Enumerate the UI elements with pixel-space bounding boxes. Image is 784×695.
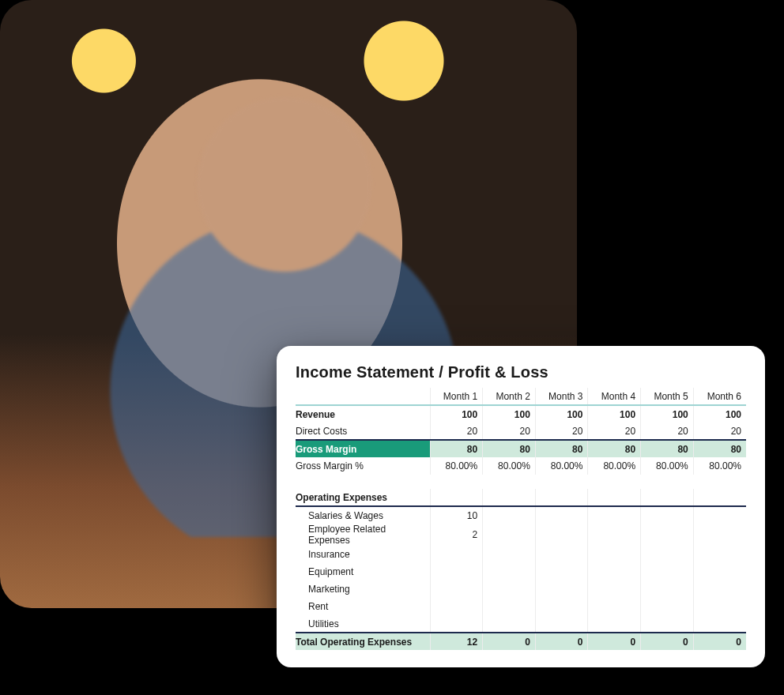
cell: [588, 546, 641, 563]
row-label: Total Operating Expenses: [296, 633, 430, 650]
cell: [588, 580, 641, 598]
row-label: Revenue: [296, 405, 430, 423]
cell: [430, 580, 483, 598]
row-label: Utilities: [296, 615, 430, 633]
row-direct-costs: Direct Costs 20 20 20 20 20 20: [296, 423, 746, 440]
cell: 0: [483, 633, 536, 650]
cell: [535, 598, 588, 615]
cell: 0: [535, 633, 588, 650]
cell: 100: [535, 405, 588, 423]
cell: 80.00%: [693, 457, 746, 475]
row-total-opex: Total Operating Expenses 12 0 0 0 0 0: [296, 633, 746, 650]
header-month-5: Month 5: [641, 388, 694, 405]
row-label: Marketing: [296, 580, 430, 598]
row-rent: Rent: [296, 598, 746, 615]
cell: [483, 546, 536, 563]
cell: 80: [693, 440, 746, 457]
cell: [693, 598, 746, 615]
cell: [535, 563, 588, 580]
cell: [588, 598, 641, 615]
cell: [588, 524, 641, 546]
cell: [483, 563, 536, 580]
cell: 100: [483, 405, 536, 423]
cell: [641, 615, 694, 633]
cell: 80: [588, 440, 641, 457]
cell: [693, 524, 746, 546]
cell: 20: [693, 423, 746, 440]
cell: [535, 546, 588, 563]
cell: [693, 546, 746, 563]
cell: [430, 546, 483, 563]
cell: 80: [641, 440, 694, 457]
cell: [693, 615, 746, 633]
cell: [430, 563, 483, 580]
row-label: Rent: [296, 598, 430, 615]
header-month-6: Month 6: [693, 388, 746, 405]
cell: 2: [430, 524, 483, 546]
table-header-row: Month 1 Month 2 Month 3 Month 4 Month 5 …: [296, 388, 746, 405]
cell: [430, 489, 483, 506]
cell: 0: [641, 633, 694, 650]
cell: [483, 598, 536, 615]
cell: [693, 489, 746, 506]
row-opex-header: Operating Expenses: [296, 489, 746, 506]
header-month-2: Month 2: [483, 388, 536, 405]
cell: 20: [483, 423, 536, 440]
cell: 100: [641, 405, 694, 423]
cell: 80: [535, 440, 588, 457]
cell: [535, 524, 588, 546]
row-label: Equipment: [296, 563, 430, 580]
cell: [430, 615, 483, 633]
cell: [483, 580, 536, 598]
cell: 20: [588, 423, 641, 440]
income-statement-card: Income Statement / Profit & Loss Month 1…: [277, 346, 765, 667]
cell: 80.00%: [641, 457, 694, 475]
header-month-4: Month 4: [588, 388, 641, 405]
cell: 12: [430, 633, 483, 650]
cell: 100: [430, 405, 483, 423]
cell: 0: [588, 633, 641, 650]
cell: [483, 489, 536, 506]
cell: [535, 580, 588, 598]
row-employee-related: Employee Related Expenses 2: [296, 524, 746, 546]
cell: [641, 489, 694, 506]
cell: [483, 506, 536, 524]
cell: [693, 506, 746, 524]
card-title: Income Statement / Profit & Loss: [296, 363, 746, 381]
row-label: Gross Margin: [296, 440, 430, 457]
spacer-row: [296, 475, 746, 489]
cell: [641, 524, 694, 546]
cell: 80: [483, 440, 536, 457]
cell: 80.00%: [430, 457, 483, 475]
row-equipment: Equipment: [296, 563, 746, 580]
cell: [588, 615, 641, 633]
cell: 80.00%: [535, 457, 588, 475]
cell: [641, 506, 694, 524]
cell: [588, 506, 641, 524]
cell: [693, 580, 746, 598]
cell: 100: [693, 405, 746, 423]
header-empty: [296, 388, 430, 405]
row-salaries: Salaries & Wages 10: [296, 506, 746, 524]
cell: 10: [430, 506, 483, 524]
cell: [641, 580, 694, 598]
row-label: Employee Related Expenses: [296, 524, 430, 546]
cell: [641, 563, 694, 580]
income-statement-table: Month 1 Month 2 Month 3 Month 4 Month 5 …: [296, 388, 746, 650]
cell: 100: [588, 405, 641, 423]
row-gross-margin: Gross Margin 80 80 80 80 80 80: [296, 440, 746, 457]
cell: 20: [535, 423, 588, 440]
cell: [693, 563, 746, 580]
cell: [535, 506, 588, 524]
cell: 20: [641, 423, 694, 440]
header-month-3: Month 3: [535, 388, 588, 405]
header-month-1: Month 1: [430, 388, 483, 405]
cell: 80.00%: [483, 457, 536, 475]
cell: [535, 615, 588, 633]
cell: [483, 524, 536, 546]
cell: 0: [693, 633, 746, 650]
cell: [588, 489, 641, 506]
cell: 20: [430, 423, 483, 440]
cell: [641, 546, 694, 563]
row-gross-margin-pct: Gross Margin % 80.00% 80.00% 80.00% 80.0…: [296, 457, 746, 475]
